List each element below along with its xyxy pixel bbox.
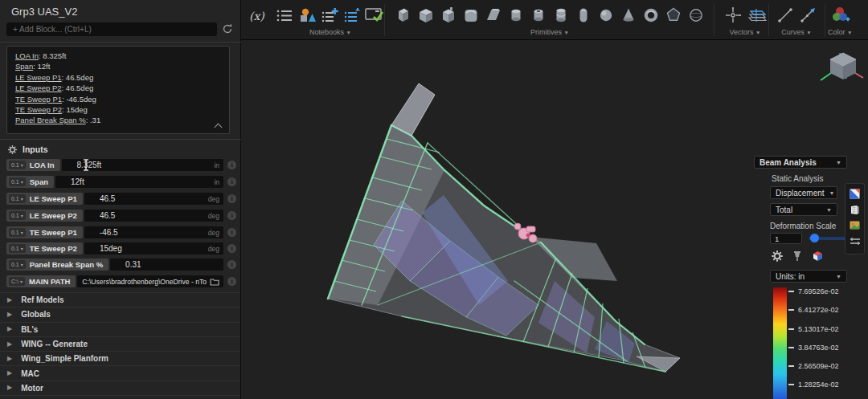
info-icon[interactable]: i [227,211,236,220]
primitive-rounded-box-icon[interactable] [460,4,482,26]
primitive-pentagon-icon[interactable] [662,4,685,26]
legend-tick: 7.69526e-02 [788,287,839,295]
section-motor[interactable]: ▶Motor [0,381,240,395]
section-ref-models[interactable]: ▶Ref Models [0,292,240,307]
value-field[interactable]: 15degdeg [84,242,223,254]
value-field[interactable]: 46.5deg [84,193,223,205]
block-chip[interactable]: 0.1▾LOA In [6,159,60,171]
note-line: LE Sweep P1: 46.5deg [15,72,229,83]
primitive-circle-icon[interactable] [685,4,707,26]
primitive-cylinder-icon[interactable] [505,4,527,26]
folder-icon[interactable] [210,275,219,289]
deformation-slider-handle[interactable] [810,234,819,242]
curve-arrow-icon[interactable] [796,4,819,26]
block-chip[interactable]: C:\▾MAIN PATH [6,275,76,287]
curves-group-label[interactable]: Curves ▼ [774,28,819,36]
value-field[interactable]: 0.31 [110,259,223,271]
view-cube[interactable] [818,47,865,90]
notes-box[interactable]: LOA In: 8.325ft Span: 12ft LE Sweep P1: … [6,46,230,134]
scalar-type-badge: 0.1▾ [9,244,26,253]
block-chip[interactable]: 0.1▾TE Sweep P1 [6,226,83,238]
info-icon[interactable]: i [227,228,236,237]
scalar-type-badge: 0.1▾ [9,161,26,169]
primitive-capped-cylinder-icon[interactable] [550,4,572,26]
collapse-chevron-icon[interactable] [215,123,222,129]
block-chip[interactable]: 0.1▾Panel Break Span % [6,259,108,271]
note-line: LE Sweep P2: 46.5deg [15,83,229,93]
primitive-cone-icon[interactable] [617,4,640,26]
primitives-group-label[interactable]: Primitives ▼ [392,28,707,36]
refresh-icon[interactable] [221,22,234,35]
info-icon[interactable]: i [227,177,236,186]
info-icon[interactable]: i [227,260,236,269]
vectors-group-label[interactable]: Vectors ▼ [722,28,768,36]
left-panel: Grp3 UAS_V2 + Add Block... (Ctrl+L) LOA … [0,0,241,399]
add-block-input[interactable]: + Add Block... (Ctrl+L) [6,22,217,36]
units-dropdown[interactable]: Units: in ▼ [770,270,847,283]
result-type-dropdown[interactable]: Displacement ▼ [770,186,837,199]
section-wing-simple-planform[interactable]: ▶Wing_Simple Planform [0,351,240,365]
colorbar-legend [773,287,787,399]
legend-tick: 1.28254e-02 [788,381,839,389]
primitive-sphere-icon[interactable] [595,4,617,26]
deformation-scale-input[interactable]: 1 [770,233,802,244]
vector-planes-icon[interactable] [744,4,768,26]
gear-icon [8,145,17,154]
primitive-cube-icon[interactable] [415,4,437,26]
block-chip[interactable]: 0.1▾Span [6,176,54,188]
list-icon[interactable] [273,4,296,26]
primitive-box-icon[interactable] [392,4,415,26]
value-field[interactable]: 12ftin [55,176,223,188]
primitive-capsule-icon[interactable] [572,4,595,26]
value-field[interactable]: -46.5deg [84,226,223,238]
chevron-right-icon: ▶ [7,311,12,318]
section-wing-generate[interactable]: ▶WING -- Generate [0,336,240,351]
value-field[interactable]: C:\Users\bradrothenberg\OneDrive - nTop\… [77,275,223,287]
primitive-wedge-icon[interactable] [482,4,505,26]
info-icon[interactable]: i [227,194,236,203]
info-icon[interactable]: i [227,161,236,169]
pin-icon[interactable] [792,250,802,265]
viewport-3d[interactable]: Beam Analysis ▼ Static Analysis Displace… [241,40,868,399]
vector-point-icon[interactable] [722,4,744,26]
block-chip[interactable]: 0.1▾TE Sweep P2 [6,242,83,254]
chevron-right-icon: ▶ [7,385,12,391]
color-icon[interactable] [828,4,852,26]
primitive-torus-icon[interactable] [640,4,662,26]
function-icon[interactable]: (x) [249,10,264,22]
section-lines-icon[interactable] [850,235,861,250]
input-row-le-sweep-p1: 0.1▾LE Sweep P1 46.5deg i [6,193,236,205]
value-field[interactable]: 46.5deg [84,210,223,222]
part-cube-icon[interactable] [812,250,824,265]
info-icon[interactable]: i [227,244,236,253]
section-globals[interactable]: ▶Globals [0,307,240,321]
toolbar-separator [714,4,714,36]
chevron-down-icon: ▼ [564,30,569,35]
color-group-label[interactable]: Color ▼ [828,28,852,36]
list-add-icon[interactable] [318,4,341,26]
section-bls[interactable]: ▶BL's [0,322,240,336]
page-title: Grp3 UAS_V2 [11,6,77,18]
toolbar-separator [825,4,825,36]
primitive-tabbed-box-icon[interactable] [437,4,460,26]
primitive-tube-icon[interactable] [527,4,550,26]
curve-line-icon[interactable] [774,4,796,26]
input-row-le-sweep-p2: 0.1▾LE Sweep P2 46.5deg i [6,210,236,222]
section-mac[interactable]: ▶MAC [0,365,240,380]
legend-image-icon[interactable] [850,219,860,234]
inputs-section-header[interactable]: Inputs [8,145,48,154]
info-icon[interactable]: i [227,277,236,286]
pages-icon[interactable] [850,204,860,218]
gear-icon[interactable] [772,250,783,265]
chevron-down-icon: ▼ [755,30,760,35]
block-chip[interactable]: 0.1▾LE Sweep P1 [6,193,83,205]
shapes-icon[interactable] [296,4,318,26]
block-chip[interactable]: 0.1▾LE Sweep P2 [6,210,83,222]
appearance-icon[interactable] [850,188,860,202]
list-import-icon[interactable] [341,4,363,26]
beam-analysis-dropdown[interactable]: Beam Analysis ▼ [754,156,847,169]
chevron-down-icon: ▼ [826,207,832,213]
notebooks-group-label[interactable]: Notebooks ▼ [273,28,387,36]
component-dropdown[interactable]: Total ▼ [770,203,837,216]
input-row-loa: 0.1▾LOA In 8.325ftin i [6,159,236,171]
